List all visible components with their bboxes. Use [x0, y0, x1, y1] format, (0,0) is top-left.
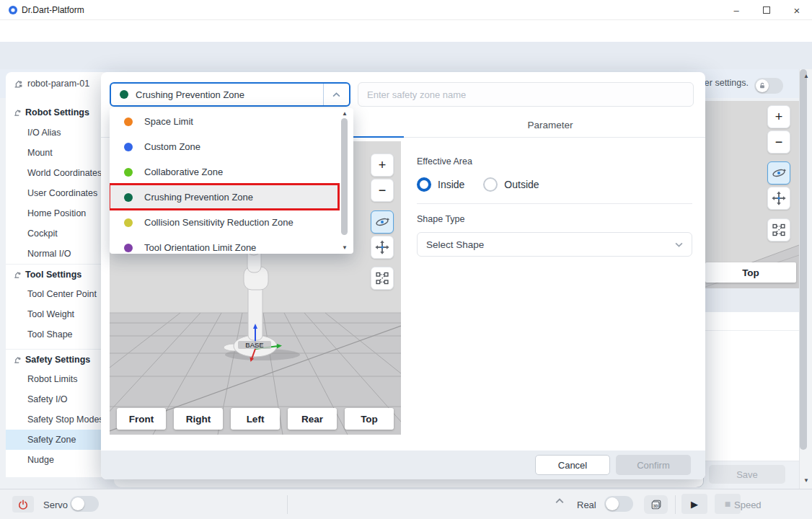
sidebar-item-io-alias[interactable]: I/O Alias — [6, 123, 108, 143]
speed-label: Speed — [734, 500, 762, 510]
robot-icon — [13, 108, 22, 117]
chevron-down-icon — [675, 242, 683, 247]
servo-toggle[interactable] — [70, 496, 99, 512]
bottombar-divider — [287, 495, 288, 514]
sidebar-item-mount[interactable]: Mount — [6, 143, 108, 163]
form-divider — [417, 203, 692, 204]
zone-type-dropdown-list: Space Limit Custom Zone Collaborative Zo… — [110, 108, 353, 254]
play-button[interactable]: ▶ — [681, 494, 707, 514]
title-bar: Dr.Dart-Platform – × — [0, 0, 812, 20]
scroll-down-icon[interactable]: ▼ — [800, 477, 812, 484]
view-left-button[interactable]: Left — [231, 408, 280, 430]
sidebar-item-safety-io[interactable]: Safety I/O — [6, 389, 108, 409]
dropdown-item-collision-sensitivity-reduction-zone[interactable]: Collision Sensitivity Reduction Zone — [110, 210, 337, 235]
right-panel-band — [705, 288, 799, 312]
bottom-status-bar: Servo Supervisor Manual — [0, 489, 812, 519]
sidebar-item-safety-stop-modes[interactable]: Safety Stop Modes — [6, 409, 108, 430]
zone-type-select[interactable]: Crushing Prevention Zone — [110, 82, 350, 107]
bottombar-divider — [675, 495, 676, 514]
sidebar-item-tool-shape[interactable]: Tool Shape — [6, 324, 108, 345]
servo-label: Servo — [43, 500, 68, 510]
effective-area-label: Effective Area — [417, 156, 472, 167]
sidebar-section-safety-settings: Safety Settings — [6, 349, 108, 369]
expand-dock-chevron-icon[interactable] — [555, 498, 564, 504]
3d-view-button[interactable]: 3D — [644, 495, 668, 514]
sidebar-item-normal-io[interactable]: Normal I/O — [6, 244, 108, 264]
sidebar-item-user-coordinates[interactable]: User Coordinates — [6, 183, 108, 203]
scrollbar-thumb[interactable] — [800, 69, 807, 450]
dropdown-item-collaborative-zone[interactable]: Collaborative Zone — [110, 159, 337, 185]
edit-lock-toggle[interactable] — [754, 78, 783, 94]
pan-view-button[interactable] — [767, 187, 790, 210]
dropdown-item-space-limit[interactable]: Space Limit — [110, 109, 337, 134]
close-button[interactable]: × — [785, 3, 809, 17]
app-window: Dr.Dart-Platform – × Manual Servo Off ro… — [0, 0, 812, 519]
cancel-button[interactable]: Cancel — [535, 455, 610, 475]
sidebar-item-tool-center-point[interactable]: Tool Center Point — [6, 284, 108, 304]
radio-inside[interactable] — [417, 177, 431, 192]
svg-text:3D: 3D — [653, 504, 658, 508]
dialog-tab-parameter[interactable]: Parameter — [404, 112, 697, 138]
rotate-view-button[interactable] — [767, 161, 790, 185]
chevron-up-icon — [323, 84, 349, 105]
power-button[interactable] — [12, 496, 34, 513]
measure-button[interactable] — [371, 267, 394, 290]
sidebar-item-tool-weight[interactable]: Tool Weight — [6, 304, 108, 324]
scroll-up-icon[interactable]: ▲ — [337, 110, 352, 117]
zoom-out-button[interactable]: − — [767, 130, 790, 154]
maximize-button[interactable] — [754, 3, 779, 17]
view-top-button[interactable]: Top — [705, 262, 796, 283]
app-title: Dr.Dart-Platform — [22, 5, 84, 15]
base-frame-label: BASE — [238, 341, 271, 349]
shape-type-label: Shape Type — [417, 214, 465, 224]
dialog-footer: Cancel Confirm — [101, 451, 705, 479]
save-button[interactable]: Save — [709, 465, 785, 484]
view-right-button[interactable]: Right — [174, 408, 223, 430]
sidebar-item-safety-zone[interactable]: Safety Zone — [6, 430, 108, 450]
measure-button[interactable] — [767, 218, 790, 241]
zone-color-dot — [124, 244, 133, 252]
real-toggle[interactable] — [604, 496, 633, 512]
radio-outside-label: Outside — [504, 179, 539, 190]
sidebar-item-home-position[interactable]: Home Position — [6, 203, 108, 223]
lock-icon — [759, 82, 766, 89]
zone-color-dot — [124, 218, 133, 227]
dropdown-scrollbar-thumb[interactable] — [341, 118, 348, 235]
scroll-up-icon[interactable]: ▲ — [800, 73, 812, 79]
zone-name-input[interactable] — [358, 82, 694, 107]
maximize-icon — [763, 6, 770, 14]
robot-icon — [13, 79, 23, 89]
main-toolbar: Manual Servo Off robot-param-01 52203369… — [0, 20, 812, 42]
sidebar-section-tool-settings: Tool Settings — [6, 264, 108, 284]
zone-color-dot — [124, 143, 133, 151]
effective-area-radio-group: Inside Outside — [417, 177, 558, 192]
sidebar-section-robot-settings: Robot Settings — [6, 102, 108, 123]
radio-inside-label: Inside — [438, 179, 464, 190]
right-panel-body — [705, 312, 799, 461]
main-scrollbar[interactable]: ▲ ▼ — [799, 69, 812, 489]
confirm-button[interactable]: Confirm — [616, 455, 691, 475]
scroll-down-icon[interactable]: ▼ — [337, 244, 352, 251]
zoom-out-button[interactable]: − — [371, 179, 394, 202]
real-mode-label: Real — [577, 500, 596, 510]
sidebar-item-world-coordinates[interactable]: World Coordinates — [6, 163, 108, 183]
rotate-view-button[interactable] — [371, 210, 394, 234]
view-front-button[interactable]: Front — [117, 408, 166, 430]
zoom-in-button[interactable]: + — [371, 154, 394, 177]
zone-color-dot — [124, 168, 133, 177]
minimize-button[interactable]: – — [724, 3, 749, 17]
sidebar-item-nudge[interactable]: Nudge — [6, 450, 108, 470]
robot-icon — [13, 355, 22, 364]
sidebar-header-robot-param[interactable]: robot-param-01 — [6, 72, 108, 95]
dropdown-item-tool-orientation-limit-zone[interactable]: Tool Orientation Limit Zone — [110, 235, 337, 254]
shape-type-select[interactable]: Select Shape — [417, 232, 692, 257]
dropdown-scrollbar[interactable]: ▲ ▼ — [337, 108, 352, 254]
view-rear-button[interactable]: Rear — [288, 408, 337, 430]
sidebar-item-robot-limits[interactable]: Robot Limits — [6, 369, 108, 389]
view-top-button[interactable]: Top — [345, 408, 394, 430]
dropdown-item-custom-zone[interactable]: Custom Zone — [110, 134, 337, 159]
zoom-in-button[interactable]: + — [767, 105, 790, 128]
pan-view-button[interactable] — [371, 236, 394, 259]
radio-outside[interactable] — [483, 177, 498, 192]
sidebar-item-cockpit[interactable]: Cockpit — [6, 223, 108, 244]
